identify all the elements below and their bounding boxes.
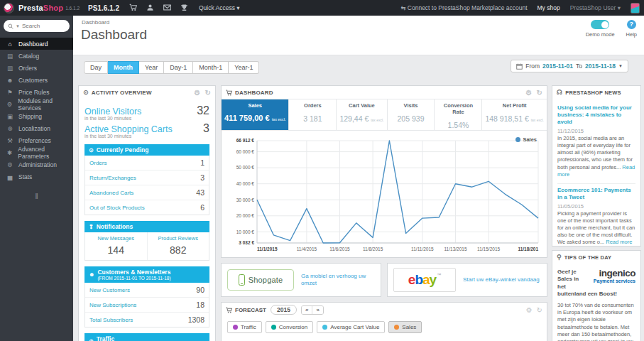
activity-overview-panel: ⊙ ACTIVITY OVERVIEW ⚙↻ Online Visitors 3… (78, 85, 216, 341)
sidebar-item-customers[interactable]: ☻Customers (0, 74, 73, 86)
breadcrumb[interactable]: Dashboard (82, 19, 109, 26)
search-input[interactable] (22, 23, 63, 29)
active-carts-link[interactable]: Active Shopping Carts (84, 124, 173, 134)
sidebar-item-price-rules[interactable]: ⚑Price Rules (0, 86, 73, 98)
new-customers-row[interactable]: New Customers90 (85, 283, 209, 298)
news-body: Using social media for your business: 4 … (552, 99, 640, 247)
my-shop-link[interactable]: My shop (537, 4, 560, 11)
customers-newsletters-header: ☻ Customers & Newsletters(FROM 2015-11-0… (84, 266, 209, 283)
sidebar-item-administration[interactable]: ⚙Administration (0, 158, 73, 170)
demo-mode-toggle[interactable] (591, 20, 609, 29)
globe-icon: ⊕ (6, 125, 13, 132)
toggle-knob-icon (601, 21, 608, 28)
panel-refresh-icon[interactable]: ↻ (536, 89, 542, 97)
range-month-1-button[interactable]: Month-1 (193, 61, 229, 74)
search-scope-caret-icon[interactable]: ▼ (16, 24, 20, 28)
sidebar-item-preferences[interactable]: ⚒Preferences (0, 134, 73, 146)
legend-traffic-button[interactable]: Traffic (227, 321, 262, 333)
legend-avg-cart-value-button[interactable]: Average Cart Value (317, 321, 385, 333)
kpi-visits[interactable]: Visits205 939 (388, 99, 435, 130)
sidebar-item-label: Customers (18, 77, 48, 84)
sidebar-item-shipping[interactable]: ▣Shipping (0, 110, 73, 122)
product-reviews-cell[interactable]: Product Reviews882 (147, 232, 209, 260)
prestashop-logo[interactable] (4, 3, 14, 13)
currently-pending-title: Currently Pending (97, 146, 149, 153)
forecast-panel: FORECAST 2015 « » ⚙↻ Traffic Conversion … (221, 302, 547, 341)
ingenico-subtitle: Payment services (584, 278, 635, 284)
kpi-sales[interactable]: Sales411 759,00 € tax excl. (222, 99, 289, 130)
sidebar-item-modules[interactable]: ⚙Modules and Services (0, 98, 73, 110)
customer-icon[interactable] (146, 4, 155, 12)
panel-settings-icon[interactable]: ⚙ (525, 89, 532, 97)
panel-settings-icon[interactable]: ⚙ (526, 306, 533, 314)
quick-access-menu[interactable]: Quick Access ▾ (199, 4, 240, 11)
topbar-icons (129, 4, 189, 12)
user-avatar[interactable] (631, 3, 640, 13)
chart-legend[interactable]: Sales (515, 136, 537, 143)
help-icon[interactable]: ? (627, 20, 636, 29)
pending-returns-row[interactable]: Return/Exchanges3 (85, 170, 209, 185)
news-article-title[interactable]: Using social media for your business: 4 … (557, 104, 635, 126)
messages-icon[interactable] (163, 4, 172, 12)
sidebar-item-dashboard[interactable]: ⌂Dashboard (0, 38, 73, 50)
svg-text:11/11/2015: 11/11/2015 (411, 247, 434, 251)
sidebar-item-catalog[interactable]: ▤Catalog (0, 50, 73, 62)
new-subscriptions-row[interactable]: New Subscriptions18 (85, 298, 209, 313)
marketplace-connect-link[interactable]: ⇆ Connect to PrestaShop Marketplace acco… (400, 4, 527, 11)
kpi-cart-value[interactable]: Cart Value129,44 € tax excl. (337, 99, 387, 130)
brand-name[interactable]: PrestaShop (18, 4, 63, 12)
range-year-1-button[interactable]: Year-1 (229, 61, 259, 74)
ingenico-logo[interactable]: ingenico Payment services (584, 269, 635, 283)
legend-dot-icon (515, 137, 520, 142)
sidebar-collapse-button[interactable]: ‖ (0, 193, 73, 200)
range-day-1-button[interactable]: Day-1 (164, 61, 193, 74)
prev-year-button[interactable]: « (302, 306, 312, 314)
sidebar-item-stats[interactable]: ▅Stats (0, 170, 73, 183)
abandoned-carts-row[interactable]: Abandoned Carts43 (85, 185, 209, 200)
search-box[interactable]: ▼ (4, 20, 70, 32)
page-header: Dashboard Dashboard Demo mode ? Help (73, 16, 644, 55)
user-name: PrestaShop User (570, 4, 616, 11)
row-label: Orders (89, 160, 107, 166)
pending-orders-row[interactable]: Orders1 (85, 156, 209, 170)
kpi-value: 411 759,00 € (224, 114, 270, 122)
sidebar-item-label: Stats (18, 173, 32, 180)
range-day-button[interactable]: Day (84, 61, 108, 74)
cart-icon[interactable] (129, 4, 138, 12)
legend-sales-button[interactable]: Sales (388, 321, 422, 333)
sidebar-item-label: Shipping (18, 113, 42, 120)
ebay-logo[interactable]: ebay™ (393, 268, 456, 292)
panel-settings-icon[interactable]: ⚙ (194, 89, 200, 97)
next-year-button[interactable]: » (312, 306, 322, 314)
shopgate-link[interactable]: Ga mobiel en verhoog uw omzet (301, 273, 375, 288)
row-value: 6 (200, 203, 204, 212)
panel-refresh-icon[interactable]: ↻ (537, 306, 542, 314)
user-menu[interactable]: PrestaShop User ▾ (570, 4, 621, 11)
panel-refresh-icon[interactable]: ↻ (204, 89, 211, 97)
new-messages-cell[interactable]: New Messages144 (85, 232, 147, 260)
trophy-icon[interactable] (180, 4, 189, 12)
out-of-stock-row[interactable]: Out of Stock Products6 (85, 200, 209, 215)
news-article-title[interactable]: Ecommerce 101: Payments in a Tweet (557, 187, 635, 201)
sidebar-item-advanced-parameters[interactable]: ✱Advanced Parameters (0, 146, 73, 158)
sidebar: ▼ ⌂Dashboard ▤Catalog ▥Orders ☻Customers… (0, 16, 73, 341)
online-visitors-link[interactable]: Online Visitors (84, 107, 141, 117)
range-month-button[interactable]: Month (108, 61, 139, 74)
kpi-conversion-rate[interactable]: Conversion Rate1.54% (435, 99, 482, 130)
sidebar-item-localization[interactable]: ⊕Localization (0, 122, 73, 134)
sidebar-item-label: Dashboard (18, 40, 48, 48)
date-range-picker[interactable]: From 2015-11-01 To 2015-11-18 ▼ (511, 60, 628, 72)
legend-conversion-button[interactable]: Conversion (266, 321, 313, 333)
read-more-link[interactable]: Read more (606, 239, 632, 245)
sidebar-item-orders[interactable]: ▥Orders (0, 62, 73, 74)
shopgate-logo[interactable]: Shopgate (227, 269, 294, 291)
kpi-net-profit[interactable]: Net Profit148 918,51 € tax excl. (482, 99, 547, 130)
kpi-orders[interactable]: Orders3 181 (289, 99, 337, 130)
version-label: 1.6.1.2 (65, 6, 80, 11)
total-subscribers-row[interactable]: Total Subscribers1308 (85, 313, 209, 327)
help-control[interactable]: ? Help (626, 20, 637, 38)
ebay-link[interactable]: Start uw eBay-winkel vandaag (463, 276, 540, 283)
range-year-button[interactable]: Year (139, 61, 164, 74)
shop-name[interactable]: PS1.6.1.2 (88, 4, 119, 12)
demo-mode-control[interactable]: Demo mode (586, 20, 615, 38)
